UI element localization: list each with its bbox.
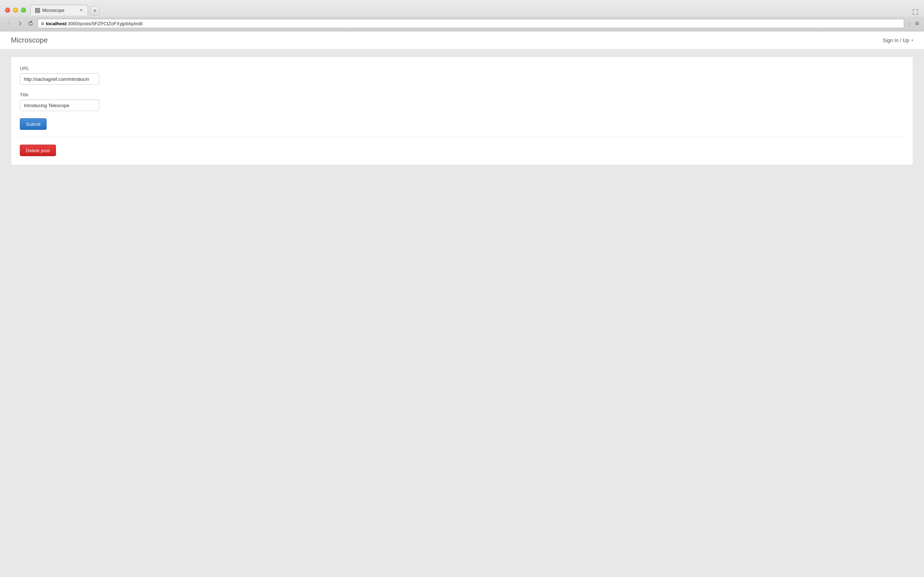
form-divider bbox=[20, 137, 904, 137]
sign-in-button[interactable]: Sign In / Up ▾ bbox=[883, 37, 913, 43]
address-bar: localhost:3000/posts/5FZPCtZoFXyjptiAp/e… bbox=[0, 16, 924, 31]
bookmark-button[interactable]: ☆ bbox=[907, 20, 912, 27]
back-button[interactable] bbox=[5, 19, 13, 27]
maximize-window-button[interactable] bbox=[21, 8, 26, 13]
delete-section: Delete post bbox=[20, 145, 904, 156]
submit-button[interactable]: Submit bbox=[20, 118, 47, 130]
tab-bar: Microscope ✕ + bbox=[30, 5, 919, 16]
main-content: URL Title Submit Delete post bbox=[0, 49, 924, 172]
browser-chrome: Microscope ✕ + bbox=[0, 0, 924, 31]
reload-button[interactable] bbox=[27, 19, 35, 27]
tab-favicon-icon bbox=[35, 8, 40, 13]
expand-button[interactable] bbox=[912, 8, 919, 16]
navbar-brand: Microscope bbox=[11, 36, 48, 44]
title-bar: Microscope ✕ + bbox=[0, 0, 924, 16]
url-host: localhost bbox=[46, 21, 66, 26]
traffic-lights bbox=[5, 8, 26, 13]
delete-post-button[interactable]: Delete post bbox=[20, 145, 56, 156]
url-text: localhost:3000/posts/5FZPCtZoFXyjptiAp/e… bbox=[46, 21, 142, 26]
url-path: :3000/posts/5FZPCtZoFXyjptiAp/edit bbox=[66, 21, 142, 26]
tab-title: Microscope bbox=[42, 8, 77, 13]
edit-post-form: URL Title Submit Delete post bbox=[11, 56, 913, 165]
close-window-button[interactable] bbox=[5, 8, 10, 13]
sign-in-label: Sign In / Up bbox=[883, 37, 909, 43]
url-bar[interactable]: localhost:3000/posts/5FZPCtZoFXyjptiAp/e… bbox=[37, 19, 904, 28]
minimize-window-button[interactable] bbox=[13, 8, 18, 13]
forward-button[interactable] bbox=[16, 19, 24, 27]
dropdown-arrow-icon: ▾ bbox=[911, 38, 913, 42]
title-input[interactable] bbox=[20, 100, 99, 111]
url-label: URL bbox=[20, 66, 904, 71]
browser-menu-button[interactable]: ≡ bbox=[915, 20, 919, 27]
navbar: Microscope Sign In / Up ▾ bbox=[0, 31, 924, 49]
title-form-section: Title bbox=[20, 92, 904, 111]
page-content: Microscope Sign In / Up ▾ URL Title Subm… bbox=[0, 31, 924, 172]
title-label: Title bbox=[20, 92, 904, 97]
svg-rect-1 bbox=[41, 23, 44, 25]
tab-close-button[interactable]: ✕ bbox=[78, 8, 83, 13]
svg-rect-0 bbox=[36, 9, 39, 12]
new-tab-button[interactable]: + bbox=[90, 6, 100, 16]
url-form-section: URL bbox=[20, 66, 904, 85]
url-input[interactable] bbox=[20, 73, 99, 85]
active-tab[interactable]: Microscope ✕ bbox=[30, 5, 88, 16]
url-security-icon bbox=[41, 21, 44, 26]
submit-section: Submit bbox=[20, 118, 904, 130]
